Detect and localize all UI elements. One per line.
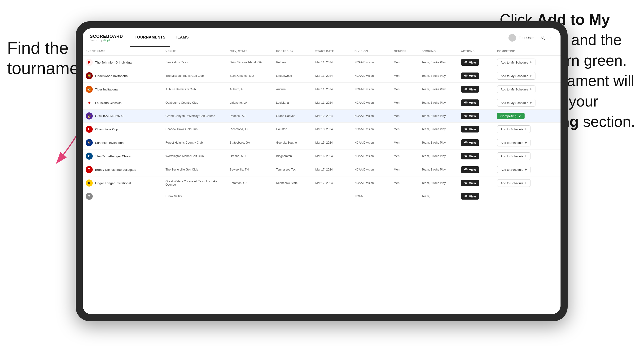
user-name: Test User: [519, 36, 534, 40]
scoring-cell: Team, Stroke Play: [419, 163, 458, 176]
plus-icon: +: [530, 101, 532, 105]
actions-cell: 👁 View: [458, 176, 494, 190]
event-name: Schenkel Invitational: [95, 141, 124, 145]
date-cell: Mar 17, 2024: [312, 176, 352, 190]
plus-icon: +: [524, 154, 527, 158]
competing-cell: Add to My Schedule +: [494, 69, 560, 83]
team-logo: 🦁: [86, 72, 93, 79]
team-logo: K: [86, 179, 93, 186]
venue-cell: Worthington Manor Golf Club: [163, 150, 227, 163]
hosted-by-cell: Grand Canyon: [273, 110, 312, 123]
eye-icon: 👁: [464, 154, 468, 158]
main-nav: TOURNAMENTS TEAMS: [130, 28, 194, 47]
date-cell: Mar 16, 2024: [312, 150, 352, 163]
table-row: B The Carpetbagger Classic Worthington M…: [83, 150, 560, 163]
scoring-cell: Team, Stroke Play: [419, 55, 458, 69]
event-name: GCU INVITATIONAL: [95, 114, 124, 118]
header-right: Test User | Sign out: [508, 34, 554, 42]
table-row: ? Brook ValleyNCAATeam, 👁 View: [83, 190, 560, 203]
scoring-cell: Team,: [419, 190, 458, 203]
city-cell: Richmond, TX: [227, 123, 273, 136]
view-button[interactable]: 👁 View: [461, 180, 479, 186]
add-to-schedule-button[interactable]: Add to Schedule +: [497, 139, 530, 147]
check-icon: ✓: [518, 114, 521, 118]
nav-tab-tournaments[interactable]: TOURNAMENTS: [130, 28, 170, 47]
add-to-schedule-button[interactable]: Add to Schedule +: [497, 179, 530, 187]
date-cell: [312, 190, 352, 203]
user-avatar: [508, 34, 516, 42]
date-cell: Mar 12, 2024: [312, 110, 352, 123]
add-to-schedule-button[interactable]: Add to Schedule +: [497, 166, 530, 173]
gender-cell: Men: [391, 136, 419, 150]
gender-cell: Men: [391, 83, 419, 96]
add-to-schedule-button[interactable]: Add to Schedule +: [497, 125, 530, 133]
actions-cell: 👁 View: [458, 136, 494, 150]
division-cell: NCAA Division I: [352, 110, 391, 123]
add-to-schedule-button[interactable]: Add to My Schedule +: [497, 85, 536, 93]
venue-cell: Brook Valley: [163, 190, 227, 203]
plus-icon: +: [524, 127, 527, 131]
add-to-schedule-button[interactable]: Add to Schedule +: [497, 152, 530, 160]
col-header-date: START DATE: [312, 47, 352, 55]
scoring-cell: Team, Stroke Play: [419, 136, 458, 150]
actions-cell: 👁 View: [458, 150, 494, 163]
hosted-by-cell: Tennessee Tech: [273, 163, 312, 176]
scoring-cell: Team, Stroke Play: [419, 69, 458, 83]
view-button[interactable]: 👁 View: [461, 166, 479, 173]
view-button[interactable]: 👁 View: [461, 86, 479, 93]
add-to-schedule-button[interactable]: Add to My Schedule +: [497, 72, 536, 80]
eye-icon: 👁: [464, 181, 468, 185]
view-button[interactable]: 👁 View: [461, 193, 479, 199]
division-cell: NCAA Division I: [352, 55, 391, 69]
gender-cell: [391, 190, 419, 203]
division-cell: NCAA: [352, 190, 391, 203]
view-button[interactable]: 👁 View: [461, 153, 479, 160]
event-cell: 🐯 Tiger Invitational: [83, 83, 163, 96]
view-button[interactable]: 👁 View: [461, 59, 479, 66]
left-annotation: Find thetournament.: [7, 38, 88, 79]
sign-out-link[interactable]: Sign out: [540, 36, 554, 40]
division-cell: NCAA Division I: [352, 83, 391, 96]
table-row: R The Johnnie - O Individual Sea Palms R…: [83, 55, 560, 69]
col-header-division: DIVISION: [352, 47, 391, 55]
nav-tab-teams[interactable]: TEAMS: [170, 28, 194, 47]
view-button[interactable]: 👁 View: [461, 72, 479, 79]
event-cell: 🦅 GCU INVITATIONAL: [83, 110, 163, 123]
view-button[interactable]: 👁 View: [461, 139, 479, 146]
view-button[interactable]: 👁 View: [461, 99, 479, 106]
actions-cell: 👁 View: [458, 123, 494, 136]
view-button[interactable]: 👁 View: [461, 113, 479, 119]
table-row: 🦅 GCU INVITATIONAL Grand Canyon Universi…: [83, 110, 560, 123]
event-name: Linger Longer Invitational: [95, 181, 131, 185]
team-logo: B: [86, 153, 93, 160]
city-cell: Auburn, AL: [227, 83, 273, 96]
logo-area: SCOREBOARD Powered by clippd: [90, 34, 123, 42]
col-header-event: EVENT NAME: [83, 47, 163, 55]
competing-cell: Competing ✓: [494, 110, 560, 123]
eye-icon: 👁: [464, 87, 468, 91]
city-cell: Saint Simons Island, GA: [227, 55, 273, 69]
event-name: The Johnnie - O Individual: [95, 61, 132, 64]
date-cell: Mar 11, 2024: [312, 69, 352, 83]
view-button[interactable]: 👁 View: [461, 126, 479, 133]
eye-icon: 👁: [464, 168, 468, 172]
competing-cell: Add to Schedule +: [494, 123, 560, 136]
event-cell: T Bobby Nichols Intercollegiate: [83, 163, 163, 176]
city-cell: Sevierville, TN: [227, 163, 273, 176]
competing-cell: Add to Schedule +: [494, 176, 560, 190]
competing-cell: Add to Schedule +: [494, 163, 560, 176]
plus-icon: +: [524, 181, 527, 185]
add-to-schedule-button[interactable]: Add to My Schedule +: [497, 99, 536, 107]
division-cell: NCAA Division I: [352, 176, 391, 190]
division-cell: NCAA Division I: [352, 136, 391, 150]
add-to-schedule-button[interactable]: Add to My Schedule +: [497, 59, 536, 66]
actions-cell: 👁 View: [458, 83, 494, 96]
hosted-by-cell: Georgia Southern: [273, 136, 312, 150]
actions-cell: 👁 View: [458, 110, 494, 123]
competing-button[interactable]: Competing ✓: [497, 113, 524, 119]
event-name: The Carpetbagger Classic: [95, 155, 132, 158]
venue-cell: The Sevierville Golf Club: [163, 163, 227, 176]
event-name: Champions Cup: [95, 128, 118, 131]
actions-cell: 👁 View: [458, 190, 494, 203]
gender-cell: Men: [391, 96, 419, 110]
